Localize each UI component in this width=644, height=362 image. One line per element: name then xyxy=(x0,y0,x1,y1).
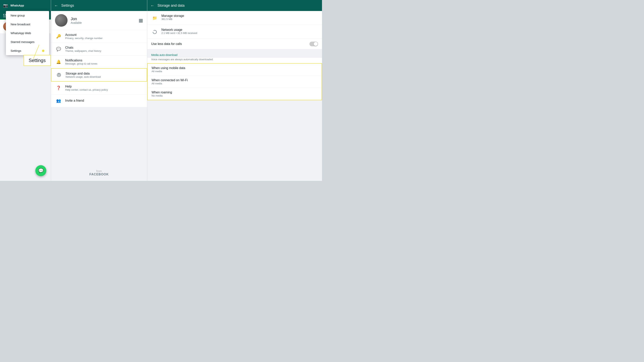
help-subtitle: Help center, contact us, privacy policy xyxy=(65,88,143,91)
fab-icon: 💬 xyxy=(38,168,44,173)
wifi-item[interactable]: When connected on Wi-Fi All media xyxy=(148,76,322,88)
mobile-data-title: When using mobile data xyxy=(152,66,318,70)
dropdown-whatsapp-web[interactable]: WhatsApp Web xyxy=(6,29,49,37)
help-title: Help xyxy=(65,85,143,88)
storage-header: ← Storage and data xyxy=(147,0,322,11)
spacer xyxy=(147,49,322,51)
dropdown-new-broadcast[interactable]: New broadcast xyxy=(6,20,49,29)
profile-status: Available xyxy=(71,21,136,24)
media-auto-download-title: Media auto-download xyxy=(151,53,178,56)
profile-name: Jon xyxy=(71,17,136,21)
settings-item-invite[interactable]: 👥 Invite a friend xyxy=(51,94,147,107)
settings-list: 🔑 Account Privacy, security, change numb… xyxy=(51,30,147,165)
manage-storage-info: Manage storage 361.5 MB xyxy=(162,14,318,20)
settings-item-storage[interactable]: Storage and data Network usage, auto-dow… xyxy=(51,68,147,82)
auto-download-options-box: When using mobile data All media When co… xyxy=(147,63,322,100)
roaming-title: When roaming xyxy=(152,91,318,94)
invite-title: Invite a friend xyxy=(65,99,143,102)
account-info: Account Privacy, security, change number xyxy=(65,33,143,40)
storage-icon xyxy=(55,71,62,78)
chats-settings-subtitle: Theme, wallpapers, chat history xyxy=(65,49,143,52)
settings-title: Settings xyxy=(61,3,74,8)
storage-title: Storage and data xyxy=(66,72,143,75)
storage-info: Storage and data Network usage, auto-dow… xyxy=(66,72,143,78)
network-usage-icon xyxy=(151,28,158,35)
chats-settings-title: Chats xyxy=(65,46,143,49)
dropdown-settings[interactable]: Settings xyxy=(6,46,49,55)
notifications-icon: 🔔 xyxy=(55,58,62,65)
use-less-data-label: Use less data for calls xyxy=(151,42,310,46)
chats-icon: 💬 xyxy=(55,45,62,52)
settings-item-notifications[interactable]: 🔔 Notifications Message, group & call to… xyxy=(51,55,147,68)
camera-icon[interactable]: 📷 xyxy=(3,3,8,8)
mobile-data-subtitle: All media xyxy=(152,70,318,73)
roaming-item[interactable]: When roaming No media xyxy=(148,88,322,100)
invite-icon: 👥 xyxy=(55,97,62,104)
manage-storage-item[interactable]: 📁 Manage storage 361.5 MB xyxy=(147,11,322,25)
profile-section[interactable]: Jon Available ▦ xyxy=(51,11,147,30)
account-title: Account xyxy=(65,33,143,37)
account-icon: 🔑 xyxy=(55,33,62,40)
notifications-title: Notifications xyxy=(65,59,143,62)
settings-item-chats[interactable]: 💬 Chats Theme, wallpapers, chat history xyxy=(51,43,147,55)
storage-subtitle: Network usage, auto-download xyxy=(66,75,143,78)
settings-item-account[interactable]: 🔑 Account Privacy, security, change numb… xyxy=(51,30,147,43)
chats-header: 📷 WhatsApp xyxy=(0,0,51,11)
network-usage-item[interactable]: Network usage 2.1 MB sent • 32.5 MB rece… xyxy=(147,25,322,39)
profile-info: Jon Available xyxy=(71,17,136,24)
manage-storage-title: Manage storage xyxy=(162,14,318,18)
dropdown-menu: New group New broadcast WhatsApp Web Sta… xyxy=(6,11,49,55)
settings-footer: from FACEBOOK xyxy=(51,165,147,181)
back-button[interactable]: ← xyxy=(54,3,58,8)
network-usage-title: Network usage xyxy=(162,28,318,31)
settings-header: ← Settings xyxy=(51,0,147,11)
settings-item-help[interactable]: ❓ Help Help center, contact us, privacy … xyxy=(51,82,147,94)
manage-storage-subtitle: 361.5 MB xyxy=(162,18,318,20)
fab-new-chat[interactable]: 💬 xyxy=(35,165,46,176)
dropdown-new-group[interactable]: New group xyxy=(6,11,49,20)
settings-panel: ← Settings Jon Available ▦ 🔑 Account Pri… xyxy=(51,0,147,181)
profile-avatar xyxy=(55,14,68,27)
settings-highlight-dot xyxy=(42,50,44,52)
use-less-data-toggle[interactable] xyxy=(310,41,318,46)
help-info: Help Help center, contact us, privacy po… xyxy=(65,85,143,91)
chats-panel: 📷 WhatsApp CHATS Sarah 📹 Video 📦 Archi N… xyxy=(0,0,51,181)
account-subtitle: Privacy, security, change number xyxy=(65,37,143,40)
storage-back-button[interactable]: ← xyxy=(150,3,154,8)
chats-info: Chats Theme, wallpapers, chat history xyxy=(65,46,143,52)
manage-storage-icon: 📁 xyxy=(151,14,158,21)
mobile-data-item[interactable]: When using mobile data All media xyxy=(148,63,322,76)
help-icon: ❓ xyxy=(55,84,62,91)
invite-info: Invite a friend xyxy=(65,99,143,102)
media-auto-download-header: Media auto-download xyxy=(147,51,322,58)
notifications-subtitle: Message, group & call tones xyxy=(65,62,143,65)
storage-list: 📁 Manage storage 361.5 MB Network usage … xyxy=(147,11,322,181)
storage-panel: ← Storage and data 📁 Manage storage 361.… xyxy=(147,0,322,181)
network-usage-subtitle: 2.1 MB sent • 32.5 MB received xyxy=(162,31,318,34)
from-label: from xyxy=(56,170,142,173)
media-auto-download-subtitle: Voice messages are always automatically … xyxy=(147,58,322,63)
wifi-subtitle: All media xyxy=(152,82,318,85)
use-less-data-row: Use less data for calls xyxy=(147,39,322,49)
brand-label: FACEBOOK xyxy=(56,173,142,176)
svg-point-3 xyxy=(153,30,156,34)
network-usage-info: Network usage 2.1 MB sent • 32.5 MB rece… xyxy=(162,28,318,34)
app-title: WhatsApp xyxy=(10,4,24,7)
wifi-title: When connected on Wi-Fi xyxy=(152,78,318,82)
settings-callout-box: Settings xyxy=(24,55,51,66)
svg-point-2 xyxy=(58,74,60,76)
roaming-subtitle: No media xyxy=(152,94,318,97)
qr-icon[interactable]: ▦ xyxy=(138,18,143,23)
dropdown-starred-messages[interactable]: Starred messages xyxy=(6,37,49,46)
notifications-info: Notifications Message, group & call tone… xyxy=(65,59,143,65)
storage-title-header: Storage and data xyxy=(158,3,184,8)
